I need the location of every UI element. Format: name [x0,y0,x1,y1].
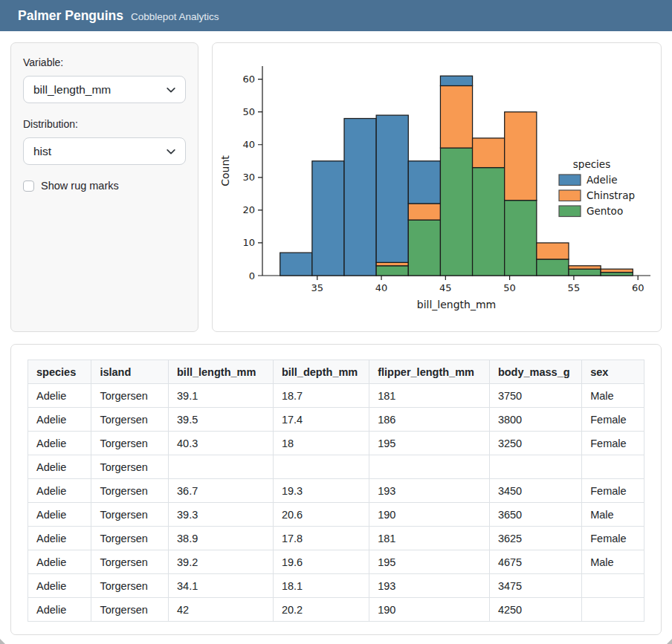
table-cell: 20.6 [273,503,369,527]
table-cell: Adelie [28,432,91,455]
hist-bar-segment [537,243,569,259]
variable-select[interactable]: bill_length_mm [23,76,186,103]
column-header: bill_length_mm [169,360,274,384]
table-cell [489,455,581,479]
table-cell: Torgersen [91,408,169,432]
column-header: species [28,360,91,384]
legend-swatch [559,190,581,201]
hist-bar-segment [440,85,472,148]
controls-sidebar: Variable: bill_length_mm Distribution: h… [10,42,198,332]
page-subtitle: Cobblepot Analytics [131,11,219,22]
table-cell: 19.3 [273,479,369,503]
table-cell: Torgersen [91,503,169,527]
rug-checkbox[interactable] [23,180,34,192]
hist-bar-segment [280,253,312,276]
table-cell: Torgersen [91,432,169,455]
distribution-select[interactable]: hist [23,137,186,165]
table-cell [169,455,274,479]
hist-bar-segment [344,119,376,276]
table-cell: 3475 [489,574,581,598]
hist-bar-segment [473,138,505,168]
table-cell [582,574,644,598]
histogram-plot: 0102030405060354045505560bill_length_mmC… [213,43,662,332]
svg-text:60: 60 [632,282,644,293]
rug-checkbox-label[interactable]: Show rug marks [41,180,119,192]
table-cell [582,455,644,479]
legend-swatch [559,175,581,186]
table-cell: 20.2 [273,598,369,622]
table-cell: 3750 [489,384,581,408]
table-cell: 4675 [489,550,581,574]
table-cell: 39.1 [169,384,274,408]
distribution-select-value: hist [33,145,51,158]
table-cell: Torgersen [91,527,169,550]
table-cell: Torgersen [91,598,169,622]
table-cell: Adelie [28,503,91,527]
table-cell: 181 [369,527,490,550]
table-row: AdelieTorgersen34.118.11933475 [28,574,644,598]
svg-text:20: 20 [242,204,255,215]
table-row: AdelieTorgersen38.917.81813625Female [28,527,644,550]
table-cell [369,455,490,479]
table-cell: 3650 [489,503,581,527]
hist-bar-segment [505,112,537,201]
hist-bar-segment [601,273,633,276]
table-cell: 39.3 [169,503,274,527]
table-cell: Adelie [28,455,91,479]
table-cell: Female [582,479,644,503]
legend-label: Gentoo [587,205,623,217]
table-cell: Adelie [28,479,91,503]
table-cell [582,598,644,622]
svg-text:bill_length_mm: bill_length_mm [417,299,496,310]
table-cell: 19.6 [273,550,369,574]
table-cell: 18.1 [273,574,369,598]
svg-text:species: species [573,158,610,170]
table-cell: 17.8 [273,527,369,550]
hist-bar-segment [569,266,601,269]
table-cell: Male [582,550,644,574]
table-cell: 17.4 [273,408,369,432]
table-cell: Male [582,384,644,408]
table-cell: Torgersen [91,455,169,479]
table-cell: 3800 [489,408,581,432]
table-cell: 36.7 [169,479,274,503]
table-cell: Female [582,527,644,550]
table-row: AdelieTorgersen39.517.41863800Female [28,408,644,432]
table-cell: 39.2 [169,550,274,574]
table-cell: 40.3 [169,432,274,455]
table-cell: Adelie [28,574,91,598]
table-cell: 186 [369,408,490,432]
svg-text:30: 30 [242,172,255,183]
variable-label: Variable: [23,56,186,68]
table-cell: Adelie [28,408,91,432]
hist-bar-segment [505,201,537,276]
table-cell: 190 [369,503,490,527]
column-header: bill_depth_mm [273,360,369,384]
table-cell: 18.7 [273,384,369,408]
table-cell: Torgersen [91,479,169,503]
table-cell: Female [582,432,644,455]
table-header-row: speciesislandbill_length_mmbill_depth_mm… [28,360,644,384]
legend-label: Chinstrap [587,189,635,201]
table-body: AdelieTorgersen39.118.71813750MaleAdelie… [28,384,644,622]
hist-bar-segment [408,220,440,276]
table-cell: 38.9 [169,527,274,550]
column-header: sex [582,360,644,384]
column-header: flipper_length_mm [369,360,490,384]
table-cell: 195 [369,432,490,455]
table-cell: 34.1 [169,574,274,598]
table-cell: Torgersen [91,384,169,408]
hist-bar-segment [376,115,408,262]
legend-swatch [559,206,581,217]
table-cell: Adelie [28,598,91,622]
resize-grip-icon [0,639,5,644]
svg-text:40: 40 [375,282,388,293]
svg-text:40: 40 [242,139,255,150]
hist-bar-segment [440,76,472,85]
table-cell: 193 [369,479,490,503]
chevron-down-icon [166,146,176,157]
variable-select-value: bill_length_mm [33,83,111,97]
chart-card: 0102030405060354045505560bill_length_mmC… [212,42,662,332]
hist-bar-segment [569,269,601,276]
table-cell: 190 [369,598,490,622]
